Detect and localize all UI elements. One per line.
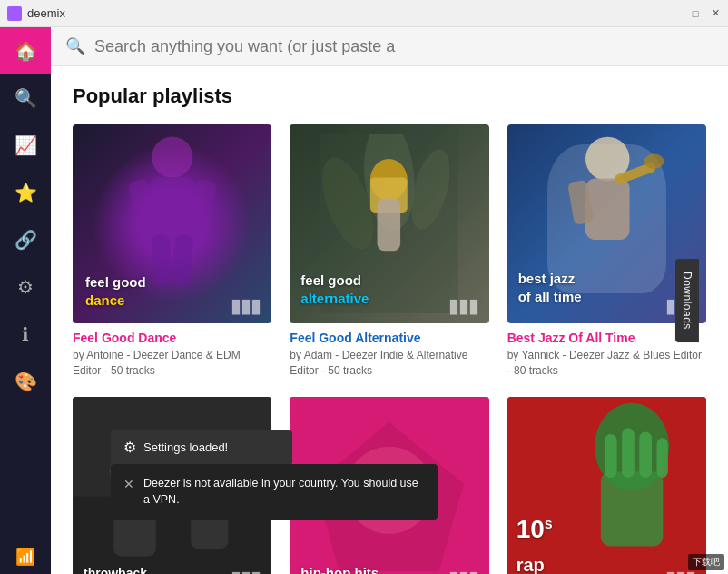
playlist-card-feel-good-alternative[interactable]: feel goodalternative ▊▊▊ Feel Good Alter… bbox=[290, 124, 488, 379]
toast-error: ✕ Deezer is not available in your countr… bbox=[111, 464, 438, 520]
sidebar-bottom: 📶 bbox=[15, 547, 35, 567]
wifi-icon: 📶 bbox=[15, 548, 35, 566]
titlebar: deemix — □ ✕ bbox=[0, 0, 728, 27]
svg-rect-33 bbox=[639, 431, 652, 478]
svg-rect-1 bbox=[150, 178, 195, 235]
info-icon: ℹ bbox=[22, 323, 29, 345]
app-logo: deemix bbox=[7, 6, 65, 21]
theme-icon: 🎨 bbox=[15, 371, 37, 392]
maximize-button[interactable]: □ bbox=[690, 8, 701, 19]
section-title: Popular playlists bbox=[73, 84, 706, 108]
downloads-tab[interactable]: Downloads bbox=[675, 259, 699, 342]
toast-settings-message: Settings loaded! bbox=[143, 440, 228, 454]
sidebar-item-favorites[interactable]: ⭐ bbox=[0, 169, 51, 216]
playlist-thumbnail-alt: feel goodalternative ▊▊▊ bbox=[290, 124, 488, 323]
playlist-name-alt: Feel Good Alternative bbox=[290, 331, 488, 345]
svg-point-16 bbox=[644, 154, 664, 169]
svg-rect-31 bbox=[605, 434, 617, 478]
toast-settings: ⚙ Settings loaded! bbox=[111, 430, 292, 465]
svg-rect-12 bbox=[377, 199, 400, 252]
gear-toast-icon: ⚙ bbox=[123, 439, 136, 456]
app-body: 🏠 🔍 📈 ⭐ 🔗 ⚙ ℹ 🎨 📶 🔍 bbox=[0, 27, 728, 574]
sidebar-item-info[interactable]: ℹ bbox=[0, 311, 51, 358]
overlay-text-rap: 10srap bbox=[516, 513, 699, 574]
sidebar-item-search[interactable]: 🔍 bbox=[0, 74, 51, 122]
sidebar-item-trending[interactable]: 📈 bbox=[0, 122, 51, 169]
trending-icon: 📈 bbox=[15, 134, 37, 156]
svg-point-0 bbox=[152, 136, 192, 177]
sidebar-item-theme[interactable]: 🎨 bbox=[0, 358, 51, 405]
playlist-name-dance: Feel Good Dance bbox=[73, 331, 271, 345]
sidebar-item-settings[interactable]: ⚙ bbox=[0, 263, 51, 311]
app-title: deemix bbox=[27, 6, 65, 20]
playlist-card-rap[interactable]: 10srap ▊▊▊ 10s Rap bbox=[507, 397, 706, 574]
search-bar: 🔍 bbox=[51, 27, 728, 66]
bars-icon-alt: ▊▊▊ bbox=[450, 300, 480, 314]
search-nav-icon: 🔍 bbox=[15, 87, 37, 109]
home-icon: 🏠 bbox=[15, 40, 37, 62]
svg-rect-14 bbox=[585, 179, 630, 240]
svg-rect-32 bbox=[622, 428, 635, 478]
toast-error-message: Deezer is not available in your country.… bbox=[143, 475, 425, 510]
sidebar-item-link[interactable]: 🔗 bbox=[0, 216, 51, 263]
star-icon: ⭐ bbox=[15, 182, 37, 203]
playlist-meta-dance: by Antoine - Deezer Dance & EDM Editor -… bbox=[73, 348, 271, 379]
sidebar: 🏠 🔍 📈 ⭐ 🔗 ⚙ ℹ 🎨 📶 bbox=[0, 27, 51, 574]
sidebar-item-home[interactable]: 🏠 bbox=[0, 27, 51, 74]
right-panel: 🔍 Popular playlists bbox=[51, 27, 728, 574]
watermark: 下载吧 bbox=[688, 554, 724, 570]
toast-close-button[interactable]: ✕ bbox=[123, 475, 134, 494]
bars-icon-dance: ▊▊▊ bbox=[232, 300, 262, 314]
gear-nav-icon: ⚙ bbox=[17, 276, 34, 298]
search-input[interactable] bbox=[94, 37, 713, 56]
window-controls: — □ ✕ bbox=[670, 8, 721, 19]
playlist-card-feel-good-dance[interactable]: feel gooddance ▊▊▊ Feel Good Dance by An… bbox=[73, 124, 271, 379]
search-icon: 🔍 bbox=[65, 36, 85, 56]
playlist-meta-jazz: by Yannick - Deezer Jazz & Blues Editor … bbox=[507, 348, 706, 379]
playlist-thumbnail-dance: feel gooddance ▊▊▊ bbox=[73, 124, 271, 323]
app-logo-icon bbox=[7, 6, 22, 21]
playlist-meta-alt: by Adam - Deezer Indie & Alternative Edi… bbox=[290, 348, 488, 379]
link-icon: 🔗 bbox=[15, 229, 37, 251]
close-button[interactable]: ✕ bbox=[710, 8, 721, 19]
playlist-thumbnail-rap: 10srap ▊▊▊ bbox=[507, 397, 706, 574]
svg-rect-34 bbox=[656, 438, 667, 478]
minimize-button[interactable]: — bbox=[670, 8, 681, 19]
